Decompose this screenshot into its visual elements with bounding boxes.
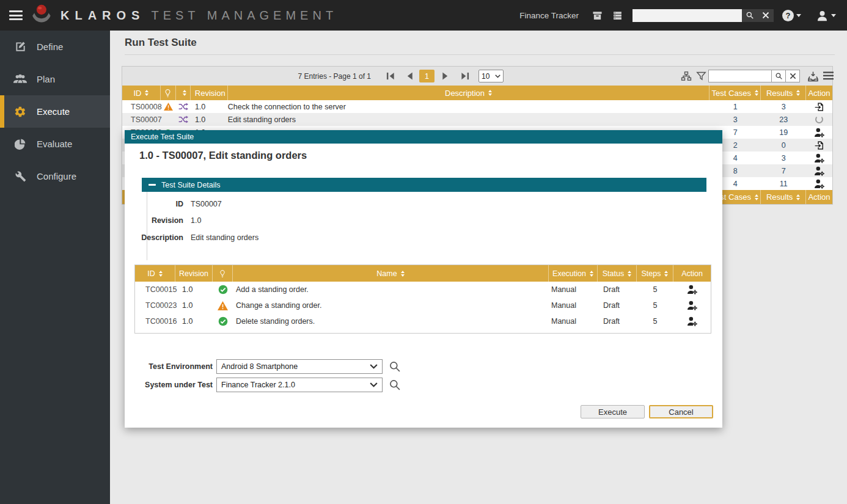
- execute-button[interactable]: Execute: [581, 405, 645, 418]
- first-page-icon[interactable]: [386, 71, 396, 83]
- test-cases-table: ID Revision Name Execution Status Steps …: [134, 265, 711, 334]
- assign-user-icon[interactable]: [806, 179, 832, 189]
- sort-icon: [159, 271, 163, 277]
- table-menu-icon[interactable]: [823, 71, 834, 82]
- server-icon[interactable]: [612, 10, 623, 21]
- archive-icon[interactable]: [592, 10, 603, 21]
- table-row[interactable]: TS00008 1.0 Check the connection to the …: [122, 100, 832, 113]
- topbar: KLAROS TEST MANAGEMENT Finance Tracker ?: [0, 0, 847, 31]
- column-header-id[interactable]: ID: [122, 86, 161, 100]
- test-case-row[interactable]: TC00015 1.0 Add a standing order. Manual…: [135, 282, 711, 298]
- results-link[interactable]: 19: [761, 128, 806, 137]
- brand-suffix: TEST MANAGEMENT: [151, 9, 337, 23]
- revision-cell: 1.0: [191, 115, 228, 124]
- column-header-results[interactable]: Results: [761, 86, 806, 100]
- entries-summary: 7 Entries - Page 1 of 1: [244, 72, 371, 81]
- assign-user-icon[interactable]: [806, 128, 832, 137]
- success-icon: [213, 316, 233, 326]
- chevron-down-icon: [370, 364, 378, 369]
- sidebar-item-configure[interactable]: Configure: [0, 160, 110, 192]
- users-icon: [13, 74, 27, 84]
- success-icon: [213, 285, 233, 294]
- brand-name: KLAROS: [61, 9, 145, 23]
- export-icon[interactable]: [807, 71, 819, 84]
- test-case-id[interactable]: TC00023: [135, 301, 175, 310]
- test-cases-link[interactable]: 3: [710, 115, 761, 124]
- global-search-button[interactable]: [742, 9, 758, 22]
- system-under-test-search-icon[interactable]: [389, 379, 401, 391]
- sidebar-item-plan[interactable]: Plan: [0, 63, 110, 95]
- lightbulb-icon: [219, 269, 226, 278]
- filter-icon[interactable]: [696, 71, 706, 84]
- results-link[interactable]: 3: [761, 154, 806, 163]
- sort-icon: [590, 271, 593, 277]
- results-link[interactable]: 0: [761, 141, 806, 150]
- last-page-icon[interactable]: [460, 71, 470, 83]
- test-case-row[interactable]: TC00016 1.0 Delete standing orders. Manu…: [135, 313, 711, 329]
- results-link[interactable]: 23: [761, 115, 806, 124]
- sidebar-item-evaluate[interactable]: Evaluate: [0, 128, 110, 160]
- column-header-description[interactable]: Description: [228, 86, 710, 100]
- assign-user-icon[interactable]: [806, 166, 832, 176]
- test-case-id[interactable]: TC00015: [135, 285, 175, 294]
- dialog-title: Execute Test Suite: [125, 130, 722, 144]
- sitemap-icon[interactable]: [681, 71, 692, 84]
- import-results-icon[interactable]: [806, 102, 832, 112]
- test-environment-select[interactable]: Android 8 Smartphone: [216, 359, 383, 374]
- page-size-select[interactable]: 10: [479, 70, 504, 82]
- chevron-down-icon: [796, 14, 801, 17]
- current-page-button[interactable]: 1: [419, 70, 435, 82]
- test-case-row[interactable]: TC00023 1.0 Change a standing order. Man…: [135, 298, 711, 313]
- results-link[interactable]: 11: [761, 180, 806, 188]
- column-header-status[interactable]: [161, 86, 176, 100]
- sidebar-item-label: Plan: [37, 74, 55, 84]
- suite-id-link[interactable]: TS00007: [122, 115, 161, 124]
- revision-cell: 1.0: [191, 103, 228, 111]
- global-search-clear-icon[interactable]: [758, 9, 774, 22]
- column-header-revision[interactable]: Revision: [191, 86, 228, 100]
- sidebar: Define Plan Execute Evaluate Configure: [0, 31, 110, 504]
- assign-user-icon[interactable]: [673, 316, 711, 326]
- test-suite-details-toggle[interactable]: Test Suite Details: [142, 178, 706, 192]
- assign-user-icon[interactable]: [806, 153, 832, 163]
- test-case-id[interactable]: TC00016: [135, 317, 175, 326]
- details-panel-title: Test Suite Details: [161, 181, 221, 189]
- test-cases-link[interactable]: 1: [710, 103, 761, 111]
- table-row[interactable]: TS00007 1.0 Edit standing orders 3 23: [122, 113, 832, 126]
- sort-icon: [183, 90, 186, 96]
- sidebar-item-label: Define: [37, 42, 63, 52]
- help-menu[interactable]: ?: [782, 10, 801, 21]
- sidebar-item-define[interactable]: Define: [0, 31, 110, 63]
- import-results-icon[interactable]: [806, 141, 832, 150]
- user-menu[interactable]: [816, 9, 836, 22]
- assign-user-icon[interactable]: [673, 301, 711, 310]
- sort-icon: [755, 90, 758, 96]
- column-header-test-cases[interactable]: Test Cases: [710, 86, 761, 100]
- test-environment-search-icon[interactable]: [389, 360, 401, 373]
- collapse-icon: [148, 184, 156, 186]
- next-page-icon[interactable]: [441, 71, 450, 83]
- assign-user-icon[interactable]: [673, 285, 711, 294]
- sidebar-item-execute[interactable]: Execute: [0, 95, 110, 128]
- sort-icon: [401, 271, 405, 277]
- table-filter-clear-icon[interactable]: [786, 70, 800, 82]
- results-link[interactable]: 3: [761, 103, 806, 111]
- shuffle-icon: [176, 103, 191, 111]
- project-label: Finance Tracker: [519, 11, 579, 20]
- menu-icon[interactable]: [9, 10, 23, 20]
- results-link[interactable]: 7: [761, 167, 806, 175]
- sidebar-item-label: Configure: [37, 171, 76, 181]
- system-under-test-row: System under Test Finance Tracker 2.1.0: [125, 378, 401, 392]
- shuffle-icon: [176, 115, 191, 123]
- suite-id-link[interactable]: TS00008: [122, 103, 161, 111]
- previous-page-icon[interactable]: [405, 71, 414, 83]
- description-cell: Edit standing orders: [228, 115, 710, 124]
- column-header-flow[interactable]: [176, 86, 191, 100]
- system-under-test-select[interactable]: Finance Tracker 2.1.0: [216, 378, 383, 392]
- table-filter-search-icon[interactable]: [772, 70, 786, 82]
- cancel-button[interactable]: Cancel: [649, 405, 713, 418]
- global-search-input[interactable]: [632, 9, 742, 22]
- sort-icon: [145, 90, 148, 96]
- table-filter-input[interactable]: [708, 70, 772, 82]
- table-header: ID Revision Description Test Cases Resul…: [122, 86, 832, 100]
